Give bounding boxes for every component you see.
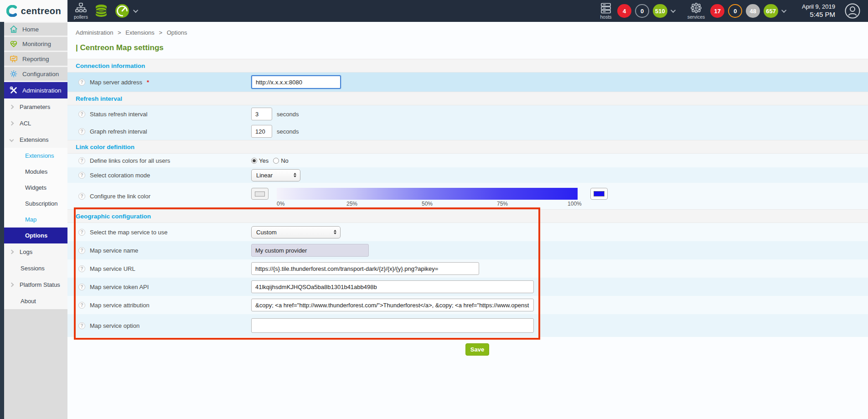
pollers-menu[interactable]: pollers [74,3,88,20]
scale-label: 50% [422,201,433,207]
breadcrumb-item[interactable]: Options [167,29,187,36]
main-content: Administration > Extensions > Options | … [67,22,868,419]
sidebar-item-parameters[interactable]: Parameters [4,98,67,115]
help-icon[interactable]: ? [78,247,85,254]
gradient-scale: 0% 25% 50% 75% 100% [277,200,578,207]
help-icon[interactable]: ? [78,79,85,86]
help-icon[interactable]: ? [78,172,85,179]
current-date: April 9, 2019 [802,3,835,10]
top-header: centreon pollers [0,0,868,22]
centreon-logo[interactable]: centreon [0,0,67,22]
map-service-token-input[interactable] [251,280,534,293]
radio-yes[interactable]: Yes [251,157,269,164]
sidebar-item-configuration[interactable]: Configuration [4,67,67,82]
sidebar-item-options[interactable]: Options [4,228,67,243]
breadcrumb-item[interactable]: Extensions [125,29,155,36]
row-map-service-name: ? Map service name [67,241,868,259]
sidebar-item-map[interactable]: Map [4,212,67,228]
sidebar-item-home[interactable]: Home [4,22,67,37]
help-icon[interactable]: ? [78,111,85,118]
radio-no[interactable]: No [273,157,289,164]
help-icon[interactable]: ? [78,302,85,309]
sidebar-item-label: Home [22,26,39,33]
help-icon[interactable]: ? [78,128,85,135]
hosts-label: hosts [600,15,612,20]
coloration-mode-select[interactable]: Linear [251,169,300,181]
pollers-icon [75,3,87,14]
service-status-badges: 17 0 48 657 [710,4,786,18]
map-server-address-input[interactable] [251,75,341,89]
sidebar-item-label: Map [25,216,36,223]
gradient-bar[interactable] [277,188,578,200]
save-button[interactable]: Save [465,343,489,356]
sidebar-item-about[interactable]: About [4,293,67,309]
map-service-option-input[interactable] [251,318,534,333]
sidebar-item-administration[interactable]: Administration [4,82,67,98]
section-geographic-configuration: Geographic configuration [67,209,868,223]
status-refresh-interval-input[interactable] [251,108,272,120]
scale-label: 25% [346,201,357,207]
sidebar-item-modules[interactable]: Modules [4,164,67,180]
sidebar-item-acl[interactable]: ACL [4,115,67,131]
selected-color-button[interactable] [590,188,608,200]
services-chevron-down-icon[interactable] [781,8,786,13]
field-label: Select the map service to use [90,229,168,236]
services-menu[interactable]: services [687,3,705,20]
administration-submenu: Parameters ACL Extensions Extensions Mod… [4,98,67,309]
map-service-select[interactable]: Custom [251,226,341,238]
chevron-right-icon [10,104,14,109]
row-map-server-address: ? Map server address * [67,72,868,92]
blue-color-swatch [594,191,604,197]
pollers-chevron-down-icon[interactable] [133,8,138,13]
select-value: Custom [256,229,277,236]
sidebar-item-subscription[interactable]: Subscription [4,196,67,212]
services-unknown-badge[interactable]: 48 [746,4,760,18]
user-menu[interactable] [844,3,861,19]
clock: April 9, 2019 5:45 PM [802,3,835,19]
sidebar-item-widgets[interactable]: Widgets [4,180,67,196]
sidebar-item-sessions[interactable]: Sessions [4,260,67,276]
latency-status[interactable] [114,3,130,19]
hosts-chevron-down-icon[interactable] [671,8,676,13]
map-service-name-input[interactable] [251,244,369,257]
help-icon[interactable]: ? [78,157,85,164]
breadcrumb-item[interactable]: Administration [76,29,113,36]
sidebar-item-platform-status[interactable]: Platform Status [4,276,67,293]
radio-button-icon[interactable] [251,158,257,164]
services-ok-badge[interactable]: 657 [764,4,778,18]
section-refresh-interval: Refresh interval [67,92,868,105]
graph-refresh-interval-input[interactable] [251,125,272,138]
help-icon[interactable]: ? [78,229,85,236]
hosts-up-badge[interactable]: 510 [653,4,667,18]
host-status-badges: 4 0 510 [617,4,676,18]
radio-button-icon[interactable] [273,158,279,164]
services-warning-badge[interactable]: 0 [728,4,742,18]
sidebar-item-label: Reporting [22,56,49,62]
sidebar-item-extensions[interactable]: Extensions [4,148,67,164]
field-label: Map service option [90,322,140,329]
select-arrows-icon [334,230,336,234]
row-map-service-attribution: ? Map service attribution [67,296,868,314]
hosts-unreachable-badge[interactable]: 0 [635,4,649,18]
database-status[interactable] [93,3,109,19]
hosts-menu[interactable]: hosts [600,3,612,20]
hosts-down-badge[interactable]: 4 [617,4,631,18]
sidebar-item-reporting[interactable]: Reporting [4,52,67,67]
color-well-button[interactable] [251,188,269,200]
monitoring-icon [9,39,18,48]
sidebar-item-label: Logs [20,248,32,255]
sidebar-item-monitoring[interactable]: Monitoring [4,37,67,52]
geographic-configuration-section: Geographic configuration ? Select the ma… [67,209,868,337]
help-icon[interactable]: ? [78,284,85,290]
help-icon[interactable]: ? [78,193,85,200]
services-critical-badge[interactable]: 17 [710,4,724,18]
field-label: Configure the link color [90,193,150,200]
help-icon[interactable]: ? [78,265,85,272]
map-service-url-input[interactable] [251,262,479,275]
sidebar-item-extensions-group[interactable]: Extensions [4,131,67,148]
field-label: Select coloration mode [90,172,150,179]
sidebar-item-logs[interactable]: Logs [4,243,67,260]
link-color-gradient: 0% 25% 50% 75% 100% [277,188,578,207]
help-icon[interactable]: ? [78,322,85,329]
map-service-attribution-input[interactable] [251,299,534,311]
